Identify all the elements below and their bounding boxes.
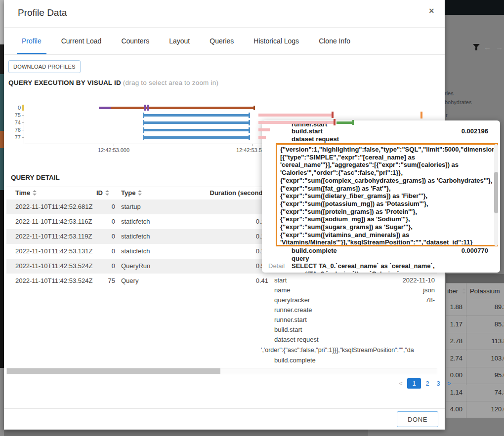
timeline-bar [258,121,334,124]
table-row: 1.1785.2 [446,316,504,333]
scrollbar-thumb[interactable] [7,368,220,374]
background-left-edge [0,0,4,44]
background-strip [446,274,504,283]
tab-layout[interactable]: Layout [164,28,195,54]
timeline-bar [249,127,250,133]
timeline-bar [249,113,250,118]
timeline-marker [332,112,334,118]
timeline-bar [249,135,250,140]
tooltip-entry: query [262,255,500,262]
timeline-bar [144,121,250,124]
sort-icon[interactable] [33,190,37,196]
chart-section-title: QUERY EXECUTION BY VISUAL ID (drag to se… [8,79,218,86]
tab-profile[interactable]: Profile [17,28,46,54]
pagination: < 1 2 3 > [395,378,455,389]
background-legend-fragment: r [446,112,448,118]
timeline-bar [144,114,250,117]
tooltip-entry: dataset request [262,135,500,143]
page-3[interactable]: 3 [433,378,444,389]
timeline-bar [258,114,332,117]
timeline-marker [420,112,422,119]
horizontal-scrollbar[interactable] [6,368,437,374]
y-axis-label: 74 [8,119,21,125]
page-2[interactable]: 2 [422,378,433,389]
column-header-id[interactable]: ID [96,189,109,197]
timeline-bar [249,120,250,125]
background-left-edge [0,368,4,436]
tab-counters[interactable]: Counters [116,28,154,54]
background-left-edge [0,131,4,148]
page-title: Profile Data [18,7,67,18]
timeline-bar [99,107,112,109]
column-divider [466,283,466,299]
detail-entry: runner.start [261,316,435,323]
tab-queries[interactable]: Queries [205,28,239,54]
tooltip-sql-line: SELECT TA_0.`cereal_name` as `cereal_nam… [292,262,435,270]
forward-arrow-icon[interactable]: → [496,43,503,51]
background-bottom-strip [4,430,368,436]
detail-entry: runner.create [261,306,435,314]
tab-bar: Profile Current Load Counters Layout Que… [4,28,445,55]
column-header-potassium[interactable]: Potassium [470,283,500,299]
y-axis-label: 76 [8,127,21,133]
timeline-bar [111,107,255,109]
y-axis-label: 77 [8,134,21,140]
table-row: 1.8889.2 [446,299,504,316]
detail-entry: dataset request [261,336,435,343]
tooltip-scrollbar[interactable] [494,144,498,246]
back-arrow-icon[interactable]: ← [484,43,491,51]
background-legend-fragment: bohydrates [445,99,471,105]
x-axis-label: 12:42:53.000 [91,147,136,153]
query-detail-title: QUERY DETAIL [11,174,60,181]
detail-entry: start2022-11-10 [261,277,435,284]
timeline-bar [258,136,266,139]
sort-icon[interactable] [462,288,466,294]
tooltip-sql-line: sum((TA_0.`calories`)) as `Calories` [292,270,399,273]
tab-clone-info[interactable]: Clone Info [314,28,355,54]
y-axis-label: 75 [8,112,21,118]
column-header-type[interactable]: Type [121,189,142,197]
footer-divider [4,408,445,409]
tab-current-load[interactable]: Current Load [56,28,107,54]
timeline-bar [144,129,250,131]
table-row: 2.74103.0 [446,350,504,367]
detail-wrapped-json: ','order":{"asc":false,"pri":1}}],"ksqlS… [261,347,439,354]
sort-icon[interactable] [138,190,142,196]
sort-icon[interactable] [105,190,109,196]
page-next[interactable]: > [444,378,455,389]
timeline-marker [352,120,354,125]
timeline-marker [144,105,146,111]
column-header-duration[interactable]: Duration (seconds) [169,189,268,197]
background-left-edge [0,190,4,368]
filter-icon [475,47,477,50]
background-left-edge [0,74,4,131]
page-1[interactable]: 1 [407,378,421,389]
y-axis-label: 0 [8,105,21,111]
detail-entry: namejson [261,286,435,294]
column-header-fiber[interactable]: iber [446,283,458,299]
background-legend-fragment: ries [445,90,454,96]
query-detail-tooltip: runner.start build.start0.002196 dataset… [262,120,500,273]
timeline-marker [334,119,336,125]
close-icon[interactable]: × [429,6,434,16]
scrollbar-thumb[interactable] [494,172,498,213]
timeline-marker [253,106,255,110]
detail-label: Detail [268,262,285,270]
table-row: 2.78113.8 [446,333,504,350]
x-axis-tick [252,144,252,146]
tooltip-entry: build.complete0.000770 [262,247,500,254]
timeline-marker [147,105,149,111]
column-header-time[interactable]: Time [15,189,37,197]
done-button[interactable]: DONE [397,411,438,427]
chart-title-text: QUERY EXECUTION BY VISUAL ID [8,79,121,86]
background-left-edge [0,44,4,74]
table-row: 4.00120.6 [446,401,504,418]
timeline-bar [336,121,353,124]
background-top-bar [445,0,504,15]
tab-historical-logs[interactable]: Historical Logs [249,28,304,54]
page-prev[interactable]: < [395,378,406,389]
detail-entry: querytracker78- [261,296,435,304]
timeline-bar-startup [22,105,24,111]
highlighted-query-json: {"version":1,"highlighting":false,"type"… [276,143,498,246]
download-profiles-button[interactable]: DOWNLOAD PROFILES [8,60,81,73]
